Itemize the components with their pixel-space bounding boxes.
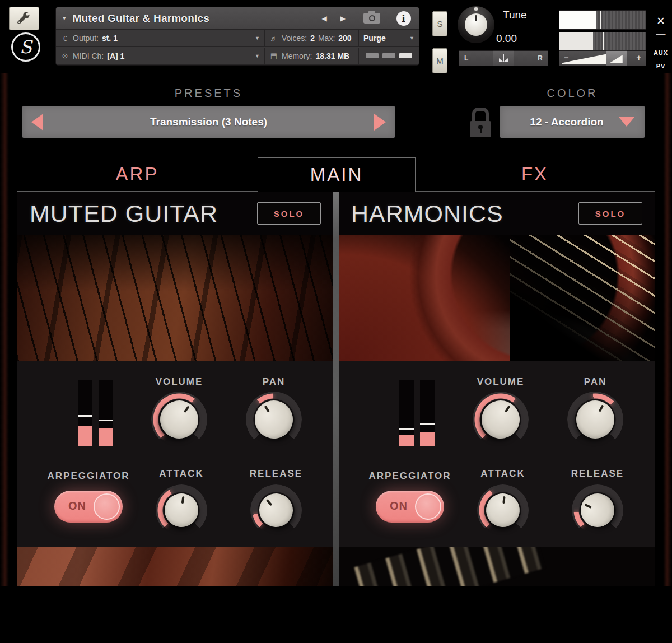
- channel-meter: [99, 380, 113, 446]
- midi-channel-select[interactable]: ⊙ MIDI Ch: [A] 1 ▼: [56, 48, 264, 65]
- purge-menu[interactable]: Purge ▼: [358, 30, 419, 47]
- volume-knob[interactable]: [473, 392, 529, 448]
- panel-title: HARMONICS: [351, 200, 578, 227]
- meter-level: [99, 428, 113, 446]
- camera-icon: [363, 13, 380, 24]
- tab-arp[interactable]: ARP: [17, 157, 258, 191]
- snapshot-camera-button[interactable]: [356, 7, 388, 29]
- volume-label: VOLUME: [140, 376, 218, 388]
- channel-meter: [399, 380, 414, 446]
- output-select[interactable]: € Output: st. 1 ▼: [56, 30, 264, 47]
- purge-caret-icon[interactable]: ▼: [409, 35, 414, 41]
- pan-center-handle[interactable]: [493, 51, 514, 66]
- attack-control: ATTACK: [464, 468, 542, 536]
- main-panel-frame: MUTED GUITAR SOLO VOLUME: [17, 191, 655, 586]
- panel-harmonics: HARMONICS SOLO VOLUME: [339, 192, 655, 586]
- volume-handle[interactable]: [606, 51, 627, 66]
- preset-prev-icon[interactable]: [31, 114, 43, 131]
- attack-knob[interactable]: [156, 484, 207, 536]
- solo-channel-button[interactable]: S: [432, 11, 447, 36]
- toggle-knob: [415, 493, 441, 520]
- edit-wrench-button[interactable]: [9, 7, 39, 30]
- panel-muted-guitar: MUTED GUITAR SOLO VOLUME: [17, 192, 333, 586]
- master-pan-slider[interactable]: L R: [459, 51, 548, 66]
- attack-knob[interactable]: [477, 484, 529, 536]
- pv-button[interactable]: PV: [651, 63, 671, 69]
- voices-cell: ♬ Voices: 2 Max: 200: [264, 30, 358, 47]
- tab-fx[interactable]: FX: [414, 157, 655, 191]
- meter-marker: [78, 415, 92, 417]
- aux-button[interactable]: AUX: [651, 49, 671, 56]
- volume-knob[interactable]: [151, 392, 207, 448]
- mute-channel-button[interactable]: M: [432, 48, 447, 73]
- toggle-state: ON: [390, 500, 408, 512]
- instrument-header-grid: € Output: st. 1 ▼ ♬ Voices: 2 Max: 200 P…: [56, 30, 419, 65]
- preset-selector[interactable]: Transmission (3 Notes): [22, 106, 395, 138]
- midi-label: MIDI Ch:: [73, 52, 104, 60]
- toggle-state: ON: [68, 500, 86, 512]
- midi-caret-icon[interactable]: ▼: [255, 53, 260, 59]
- pan-control: PAN: [556, 376, 634, 448]
- pan-knob[interactable]: [567, 392, 623, 448]
- info-button[interactable]: i: [388, 7, 419, 29]
- pan-control: PAN: [235, 376, 313, 448]
- pan-left-label: L: [464, 54, 468, 62]
- panel-title-row: HARMONICS SOLO: [339, 192, 655, 235]
- attack-label: ATTACK: [142, 468, 221, 479]
- volume-plus-icon[interactable]: +: [636, 53, 641, 62]
- color-dropdown[interactable]: 12 - Accordion: [500, 106, 645, 138]
- pan-label: PAN: [235, 376, 313, 388]
- midi-value: [A] 1: [107, 52, 124, 60]
- master-volume-slider[interactable]: − +: [559, 51, 646, 66]
- panel-divider: [333, 192, 339, 586]
- midi-icon: ⊙: [60, 52, 69, 60]
- purge-led-icon: [366, 53, 379, 58]
- max-label: Max:: [318, 34, 335, 43]
- close-icon[interactable]: ✕: [651, 15, 671, 27]
- instrument-title-row: ▾ Muted Guitar & Harmonics ◀ ▶ i: [56, 7, 419, 30]
- color-caret-icon[interactable]: [619, 117, 634, 127]
- prev-instrument-icon[interactable]: ◀: [322, 15, 327, 22]
- preset-next-icon[interactable]: [374, 114, 386, 131]
- memory-cell: ▤ Memory: 18.31 MB: [264, 48, 358, 65]
- output-value: st. 1: [102, 34, 118, 43]
- arpeggiator-label: ARPEGGIATOR: [348, 470, 472, 482]
- solo-letter: S: [437, 19, 442, 29]
- volume-control: VOLUME: [461, 376, 540, 448]
- guitar-bridge-detail: [354, 547, 544, 586]
- attack-control: ATTACK: [142, 468, 221, 536]
- meter-peak-tick: [603, 32, 604, 51]
- max-value[interactable]: 200: [338, 34, 351, 43]
- voices-label: Voices:: [282, 34, 307, 43]
- volume-minus-icon[interactable]: −: [564, 53, 568, 62]
- attack-label: ATTACK: [464, 468, 542, 479]
- tab-main[interactable]: MAIN: [258, 157, 416, 192]
- mute-letter: M: [436, 56, 444, 66]
- tune-value[interactable]: 0.00: [496, 32, 517, 45]
- memory-label: Memory:: [282, 52, 312, 60]
- guitar-photo: [17, 235, 333, 361]
- panel-controls: VOLUME PAN ARPEGGIATOR ON: [339, 361, 655, 547]
- output-icon: €: [60, 34, 69, 43]
- arpeggiator-toggle[interactable]: ON: [376, 491, 444, 523]
- guitar-photo-strip: [339, 547, 655, 586]
- purge-leds: [366, 53, 412, 58]
- collapse-caret-icon[interactable]: ▾: [63, 15, 66, 22]
- level-meter-right: [559, 32, 646, 51]
- output-caret-icon[interactable]: ▼: [255, 35, 260, 41]
- minimize-icon[interactable]: —: [651, 29, 671, 40]
- purge-led-icon: [382, 53, 395, 58]
- arpeggiator-toggle[interactable]: ON: [54, 491, 123, 523]
- brand-logo-letter: S: [20, 36, 32, 58]
- solo-button[interactable]: SOLO: [257, 202, 321, 225]
- meter-level: [78, 426, 92, 446]
- lock-icon[interactable]: [470, 108, 491, 136]
- solo-button[interactable]: SOLO: [578, 202, 642, 225]
- tune-knob[interactable]: [458, 6, 494, 43]
- pan-knob[interactable]: [246, 392, 302, 448]
- release-control: RELEASE: [237, 468, 315, 536]
- volume-label: VOLUME: [461, 376, 540, 388]
- next-instrument-icon[interactable]: ▶: [340, 15, 346, 22]
- release-knob[interactable]: [250, 484, 302, 536]
- release-knob[interactable]: [572, 484, 623, 536]
